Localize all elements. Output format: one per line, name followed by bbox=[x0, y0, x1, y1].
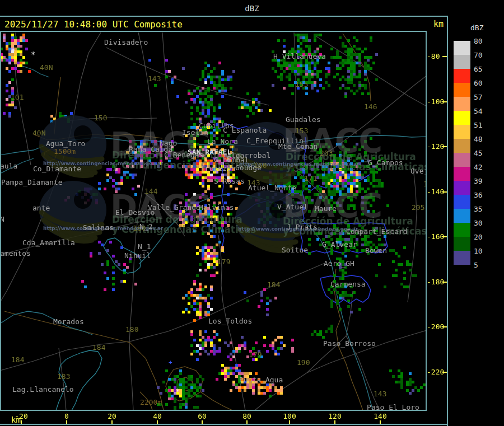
legend-value-label: 70 bbox=[474, 51, 483, 59]
place-label: Goudge bbox=[235, 163, 262, 172]
bottom-axis-label: -20 bbox=[15, 412, 27, 420]
right-axis-label: -100 bbox=[427, 97, 444, 106]
road-number-label: 184 bbox=[92, 343, 106, 352]
legend-color-block bbox=[454, 69, 470, 83]
place-label: Los_Toldos bbox=[208, 317, 252, 325]
bottom-axis-label: 100 bbox=[283, 412, 296, 420]
road-number-label: 180 bbox=[125, 325, 138, 334]
road-number-label: 143 bbox=[148, 74, 161, 83]
place-label: Cda_Amarilla bbox=[22, 238, 75, 247]
legend-value-label: 54 bbox=[474, 107, 483, 115]
legend-value-label: 57 bbox=[474, 93, 483, 101]
legend-value-label: 36 bbox=[474, 191, 483, 199]
place-label: ante bbox=[32, 204, 50, 212]
legend-color-block bbox=[454, 83, 470, 97]
place-label: Malvinas bbox=[199, 203, 234, 212]
km-unit-label: km bbox=[433, 19, 444, 29]
bottom-axis-label: 80 bbox=[242, 412, 251, 420]
legend-value-label: 10 bbox=[474, 247, 483, 255]
timestamp-row: 2025/11/27 10:48:00 UTC Composite km bbox=[0, 17, 504, 31]
legend-color-block bbox=[454, 153, 470, 167]
radar-map: DACCDACCDACCDACCDirección de Agricultura… bbox=[0, 31, 427, 411]
place-label: H_Villanueva bbox=[273, 52, 326, 60]
legend-color-block bbox=[454, 111, 470, 125]
legend-value-label: 80 bbox=[474, 37, 483, 45]
road-number-label: 144 bbox=[144, 187, 158, 195]
contour-elevation-label: 1500m bbox=[54, 147, 76, 156]
place-label: N bbox=[1, 215, 4, 223]
legend-value-label: 30 bbox=[474, 219, 483, 227]
place-label: Bowen bbox=[365, 246, 387, 255]
legend-value-label: 35 bbox=[474, 205, 483, 213]
right-axis-tick bbox=[442, 101, 447, 102]
bottom-axis: km -20020406080100120140 bbox=[0, 411, 427, 424]
legend-color-block bbox=[454, 195, 470, 209]
page-title: dBZ bbox=[0, 4, 504, 13]
place-label: aula bbox=[1, 162, 17, 170]
place-label: Valle_Grande bbox=[148, 203, 200, 212]
place-label: Oveje bbox=[410, 167, 426, 175]
bottom-axis-label: 20 bbox=[108, 412, 116, 420]
road-number-label: 101 bbox=[11, 93, 24, 101]
legend-value-label: 39 bbox=[474, 177, 483, 185]
road-number-label: 203 bbox=[320, 149, 333, 157]
place-label: Nihuil bbox=[124, 251, 151, 260]
place-label: La_Nora bbox=[207, 137, 238, 146]
legend-value-label: 5 bbox=[474, 261, 478, 269]
place-label: Guadales bbox=[286, 115, 321, 124]
place-label: Tropezon bbox=[200, 164, 236, 172]
right-axis-tick bbox=[442, 282, 447, 283]
place-label: Maure bbox=[315, 204, 337, 213]
legend-color-block bbox=[454, 209, 470, 223]
place-label: N_2 bbox=[139, 222, 152, 231]
road-number-label: 190 bbox=[297, 358, 310, 367]
contour-elevation-label: 2200m bbox=[140, 398, 162, 406]
road-number-label: 184 bbox=[11, 355, 25, 364]
storm-marker-asterisk: * bbox=[31, 50, 35, 59]
road-number-label: 40N bbox=[40, 63, 53, 72]
place-label: G_Alvear bbox=[322, 240, 357, 249]
place-label: V_Atuel bbox=[277, 203, 308, 211]
dbz-legend: dBZ 807065605754514845423936353020105 bbox=[447, 16, 504, 426]
legend-color-block bbox=[454, 125, 470, 139]
place-label: Lag.Llancanelo bbox=[12, 385, 74, 394]
road-number-label: 183 bbox=[57, 372, 70, 381]
right-axis-tick bbox=[442, 191, 447, 193]
right-axis-label: -140 bbox=[427, 188, 444, 196]
legend-color-block bbox=[454, 167, 470, 181]
legend-color-block bbox=[454, 181, 470, 195]
right-axis-label: -120 bbox=[427, 142, 444, 151]
road-number-label: 153 bbox=[295, 127, 308, 135]
place-label: El_Desvio bbox=[115, 208, 155, 217]
timestamp: 2025/11/27 10:48:00 UTC Composite bbox=[4, 19, 183, 30]
place-label: Compart_Escard bbox=[346, 227, 408, 236]
legend-value-label: 60 bbox=[474, 79, 483, 87]
road-number-label: 143 bbox=[374, 390, 386, 398]
place-label: Cubillos bbox=[199, 121, 234, 130]
road-number-label: 40N bbox=[32, 129, 45, 137]
place-label: Carmensa bbox=[330, 280, 366, 288]
legend-title: dBZ bbox=[470, 24, 483, 32]
radar-app-window: dBZ 2025/11/27 10:48:00 UTC Composite km… bbox=[0, 0, 504, 426]
right-axis-label: -80 bbox=[427, 52, 444, 60]
legend-color-block bbox=[454, 41, 470, 55]
road-number-label: 155 bbox=[295, 80, 308, 88]
legend-value-label: 48 bbox=[474, 135, 483, 143]
road-number-label: 150 bbox=[94, 114, 107, 122]
road-number-label: 179 bbox=[217, 258, 230, 266]
title-bar: dBZ bbox=[0, 0, 504, 16]
place-label: C_Erepquillin bbox=[246, 137, 304, 145]
city-label: SAN_RAFAEL bbox=[188, 148, 231, 157]
legend-color-block bbox=[454, 139, 470, 153]
legend-value-label: 45 bbox=[474, 149, 483, 157]
legend-color-block bbox=[454, 237, 470, 251]
right-axis-label: -200 bbox=[427, 322, 444, 331]
legend-color-block bbox=[454, 223, 470, 237]
legend-value-label: 65 bbox=[474, 65, 483, 73]
right-axis-label: -220 bbox=[427, 368, 444, 376]
right-axis-label: -160 bbox=[427, 232, 444, 241]
place-label: Pampa_Diamante bbox=[1, 178, 63, 186]
right-axis-tick bbox=[442, 56, 447, 57]
road-number-label: 205 bbox=[412, 203, 424, 212]
right-axis-tick bbox=[442, 236, 447, 237]
